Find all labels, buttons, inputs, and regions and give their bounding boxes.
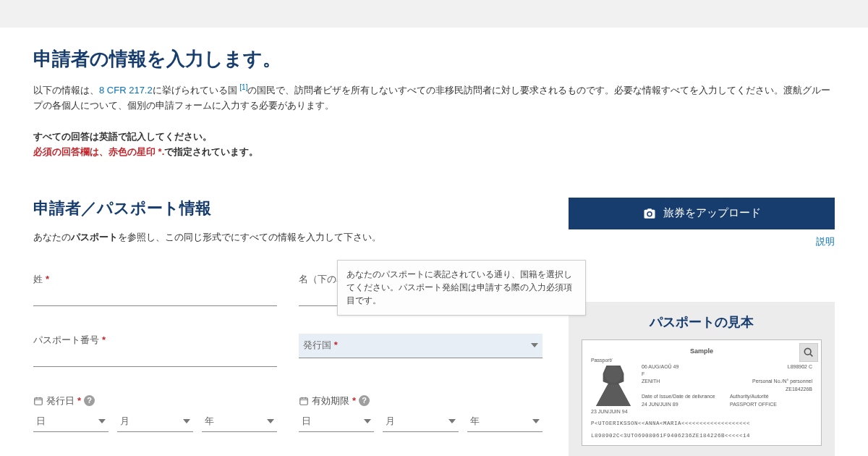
- chevron-down-icon: [98, 419, 106, 423]
- upload-passport-button[interactable]: 旅券をアップロード: [569, 198, 835, 229]
- expiry-year-select[interactable]: 年: [467, 412, 542, 432]
- help-icon[interactable]: ?: [84, 395, 95, 406]
- help-icon[interactable]: ?: [359, 395, 370, 406]
- intro-paragraph: 以下の情報は、8 CFR 217.2に挙げられている国 [1]の国民で、訪問者ビ…: [33, 82, 835, 114]
- camera-icon: [643, 207, 656, 220]
- svg-rect-1: [300, 397, 308, 404]
- zoom-button[interactable]: [799, 343, 818, 362]
- passport-number-field[interactable]: パスポート番号*: [33, 334, 277, 367]
- passport-sample-box: パスポートの見本 Sample Passport/ 06 AUG/AOÛ 49 …: [569, 302, 835, 456]
- calendar-icon: [299, 396, 309, 406]
- chevron-down-icon: [183, 419, 190, 423]
- calendar-icon: [33, 396, 43, 406]
- issue-year-select[interactable]: 年: [202, 412, 277, 432]
- issuing-country-tooltip: あなたのパスポートに表記されている通り、国籍を選択してください。パスポート発給国…: [337, 260, 586, 316]
- avatar-silhouette-icon: [596, 366, 631, 406]
- passport-number-label: パスポート番号: [33, 334, 99, 347]
- section-desc: あなたのパスポートを参照し、この同じ形式でにすべての情報を入力して下さい。: [33, 231, 542, 244]
- issuing-country-field[interactable]: 発行国 *: [299, 334, 542, 367]
- cfr-link[interactable]: 8 CFR 217.2: [99, 85, 153, 96]
- footnote-marker: [1]: [239, 83, 247, 91]
- surname-label: 姓: [33, 273, 43, 286]
- sample-title: パスポートの見本: [582, 313, 822, 331]
- chevron-down-icon: [531, 343, 538, 347]
- issue-date-label: 発行日: [46, 394, 75, 408]
- passport-sample-image: Sample Passport/ 06 AUG/AOÛ 49 L898902 C…: [582, 339, 822, 447]
- expiry-date-field: 有効期限* ? 日 月 年: [299, 394, 542, 432]
- issue-day-select[interactable]: 日: [33, 412, 109, 432]
- chevron-down-icon: [532, 419, 540, 423]
- magnifier-icon: [803, 347, 814, 358]
- page-title: 申請者の情報を入力します。: [33, 46, 835, 72]
- upload-button-label: 旅券をアップロード: [663, 206, 761, 220]
- expiry-date-label: 有効期限: [312, 394, 349, 408]
- surname-field[interactable]: 姓*: [33, 273, 277, 306]
- issue-month-select[interactable]: 月: [117, 412, 192, 432]
- chevron-down-icon: [364, 419, 371, 423]
- issue-date-field: 発行日* ? 日 月 年: [33, 394, 277, 432]
- explain-link[interactable]: 説明: [816, 236, 835, 247]
- chevron-down-icon: [267, 419, 274, 423]
- instructions: すべての回答は英語で記入してください。 必須の回答欄は、赤色の星印 *.で指定さ…: [33, 130, 835, 160]
- chevron-down-icon: [448, 419, 456, 423]
- expiry-month-select[interactable]: 月: [383, 412, 458, 432]
- top-nav-bar: -: [0, 0, 868, 28]
- expiry-day-select[interactable]: 日: [299, 412, 374, 432]
- svg-point-2: [804, 348, 811, 355]
- section-title: 申請者／パスポート情報: [33, 198, 542, 219]
- issuing-country-label: 発行国: [303, 339, 331, 350]
- svg-rect-0: [35, 397, 43, 404]
